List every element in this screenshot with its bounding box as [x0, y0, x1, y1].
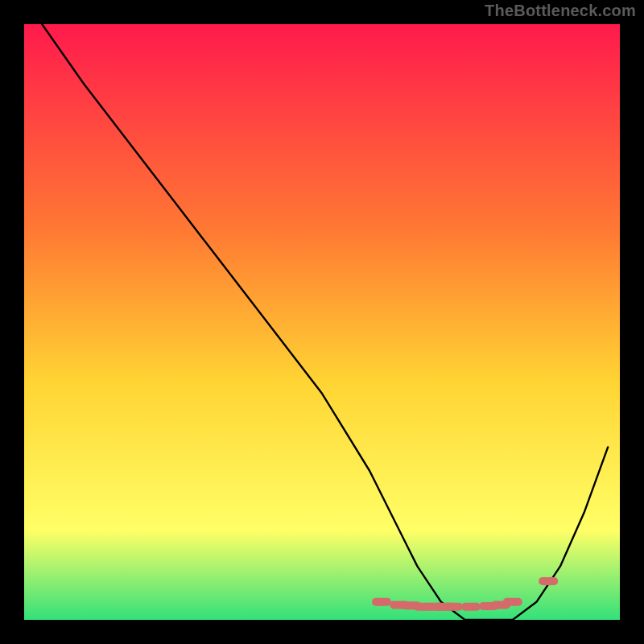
chart-frame: TheBottleneck.com: [0, 0, 644, 644]
watermark-text: TheBottleneck.com: [485, 2, 636, 20]
plot-area: [24, 24, 620, 620]
plot-svg: [24, 24, 620, 620]
gradient-bg: [24, 24, 620, 620]
